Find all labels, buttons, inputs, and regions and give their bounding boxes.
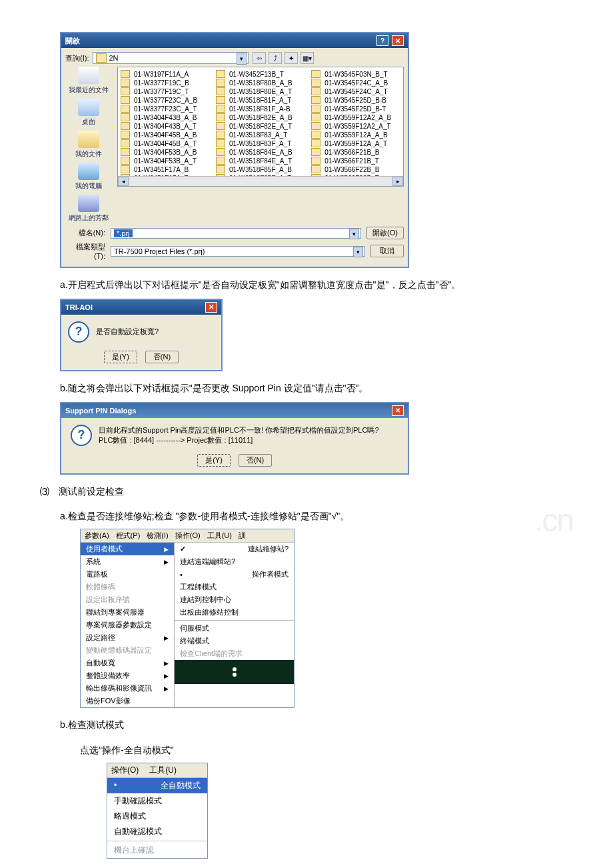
back-icon[interactable]: ⇦ bbox=[253, 52, 266, 64]
menu-bar-item[interactable]: 操作(O) bbox=[111, 765, 139, 776]
submenu-item[interactable]: 連結到控制中心 bbox=[175, 593, 294, 606]
menu-bar-item[interactable]: 工具(U) bbox=[149, 765, 177, 776]
file-item[interactable]: 01-W3559F12A2_A_B bbox=[311, 113, 391, 121]
file-item[interactable]: 01-W3559F12A_A_B bbox=[311, 131, 391, 139]
file-item[interactable]: 01-W3518F81F_A-B bbox=[216, 105, 293, 113]
no-button[interactable]: 否(N) bbox=[239, 454, 272, 467]
place-network[interactable]: 網路上的芳鄰 bbox=[69, 195, 109, 223]
file-item[interactable]: 01-W3518F83F_A_T bbox=[216, 139, 293, 147]
file-item[interactable]: 01-W3518F83_A_T bbox=[216, 131, 293, 139]
submenu-item[interactable]: 終端模式 bbox=[175, 635, 294, 647]
menu-item[interactable]: 備份FOV影像 bbox=[81, 695, 174, 707]
file-item[interactable]: 01-W3404F43B_A_T bbox=[121, 122, 197, 130]
file-item[interactable]: 01-W3404F53B_A_B bbox=[121, 148, 197, 156]
file-item[interactable]: 01-W3559F12A_A_T bbox=[311, 139, 391, 147]
op-menu-item[interactable]: 全自動模式 bbox=[107, 778, 207, 793]
file-item[interactable]: 01-W3404F45B_A_T bbox=[121, 139, 197, 147]
no-button[interactable]: 否(N) bbox=[145, 351, 179, 363]
file-item[interactable]: 01-W3518F82E_A_T bbox=[216, 122, 293, 130]
menu-left-column[interactable]: 使用者模式▶系統▶電路板軟體條碼設定出板序號聯結到專案伺服器專案伺服器參數設定設… bbox=[81, 543, 175, 707]
open-button[interactable]: 開啟(O) bbox=[366, 227, 404, 239]
help-icon[interactable]: ? bbox=[376, 35, 388, 46]
menu-item[interactable]: 系統▶ bbox=[81, 555, 174, 568]
views-icon[interactable]: ▦▾ bbox=[301, 52, 314, 64]
file-item[interactable]: 01-W3518F85F_A_B bbox=[216, 165, 293, 173]
submenu-item[interactable]: 操作者模式 bbox=[175, 568, 294, 581]
file-item[interactable]: 01-W3566F21B_B bbox=[311, 148, 391, 156]
file-item[interactable]: 01-W3518F81F_A_T bbox=[216, 96, 293, 104]
op-menu-item[interactable]: 自動確認模式 bbox=[107, 824, 207, 839]
op-menu-bar[interactable]: 操作(O)工具(U) bbox=[107, 763, 207, 778]
scroll-left-icon[interactable]: ◂ bbox=[118, 177, 129, 186]
op-menu-item[interactable]: 略過模式 bbox=[107, 809, 207, 824]
file-item[interactable]: 01-W3518F84E_A_B bbox=[216, 148, 293, 156]
file-item[interactable]: 01-W3404F43B_A_B bbox=[121, 113, 197, 121]
file-item[interactable]: 01-W3559F12A2_A_T bbox=[311, 122, 391, 130]
menu-bar-item[interactable]: 檢測(I) bbox=[147, 531, 168, 541]
cancel-button[interactable]: 取消 bbox=[370, 245, 404, 257]
file-item[interactable]: 01-W3452F13B_T bbox=[216, 70, 293, 78]
menu-item[interactable]: 設定路徑▶ bbox=[81, 631, 174, 644]
place-desktop[interactable]: 桌面 bbox=[78, 99, 99, 127]
hscrollbar[interactable]: ◂▸ bbox=[118, 176, 403, 186]
file-item[interactable]: 01-W3545F24C_A_B bbox=[311, 79, 391, 87]
newfolder-icon[interactable]: ✦ bbox=[285, 52, 298, 64]
up-icon[interactable]: ⤴ bbox=[269, 52, 282, 64]
menu-item[interactable]: 聯結到專案伺服器 bbox=[81, 606, 174, 619]
op-menu-item[interactable]: 手動確認模式 bbox=[107, 793, 207, 809]
submenu-item[interactable]: 出板由維修站控制 bbox=[175, 606, 294, 619]
menu-bar-item[interactable]: 參數(A) bbox=[85, 531, 109, 541]
menu-item[interactable]: 使用者模式▶ bbox=[81, 543, 174, 555]
submenu-item[interactable]: 伺服模式 bbox=[175, 622, 294, 635]
menu-bar-item[interactable]: 訓 bbox=[239, 531, 246, 541]
filename-combo[interactable]: *.prj bbox=[111, 228, 361, 239]
close-icon[interactable]: ✕ bbox=[205, 302, 217, 313]
menu-item[interactable]: 輸出條碼和影像資訊▶ bbox=[81, 682, 174, 695]
menu-bar-item[interactable]: 操作(O) bbox=[175, 531, 201, 541]
file-item[interactable]: 01-W3566F22B_B bbox=[311, 165, 391, 173]
file-item[interactable]: 01-W3377F23C_A_T bbox=[121, 105, 197, 113]
file-item[interactable]: 01-W3545F25D_B-B bbox=[311, 96, 391, 104]
scroll-right-icon[interactable]: ▸ bbox=[392, 177, 403, 186]
file-item[interactable]: 01-W3377F23C_A_B bbox=[121, 96, 197, 104]
menu-item[interactable]: 專案伺服器參數設定 bbox=[81, 619, 174, 631]
file-item[interactable]: 01-W3545F25D_B-T bbox=[311, 105, 391, 113]
file-item[interactable]: 01-W3518F80E_A_T bbox=[216, 87, 293, 95]
filetype-combo[interactable]: TR-7500 Project Files (*.prj) bbox=[111, 246, 365, 257]
op-menu-items[interactable]: 全自動模式手動確認模式略過模式自動確認模式 bbox=[107, 778, 207, 839]
file-item[interactable]: 01-W3518F82E_A_B bbox=[216, 113, 293, 121]
menu-item[interactable]: 整體設備效率▶ bbox=[81, 669, 174, 682]
file-item[interactable]: 01-W3518F80B_A_B bbox=[216, 79, 293, 87]
submenu-item[interactable]: 工程師模式 bbox=[175, 581, 294, 593]
pin-message-1: 目前此程式的Support Pin高度設定值和PLC不一致! 你希望把程式檔的值… bbox=[99, 425, 379, 435]
menu-item[interactable]: 自動板寬▶ bbox=[81, 657, 174, 669]
file-item[interactable]: 01-W3566F21B_T bbox=[311, 157, 391, 165]
close-icon[interactable]: ✕ bbox=[392, 405, 404, 416]
place-documents[interactable]: 我的文件 bbox=[75, 131, 102, 159]
submenu-item[interactable]: 連結遠端編輯站? bbox=[175, 555, 294, 568]
file-item[interactable]: 01-W3377F19C_B bbox=[121, 79, 197, 87]
menu-item[interactable]: 電路板 bbox=[81, 568, 174, 581]
file-item[interactable]: 01-W3518F84E_A_T bbox=[216, 157, 293, 165]
para-a: a.开启程式后弹出以下对话框提示"是否自动设定板宽"如需调整轨道宽度点击"是"，… bbox=[40, 277, 573, 293]
submenu-item[interactable]: 連結維修站? bbox=[175, 543, 294, 555]
file-item[interactable]: 01-W3545F24C_A_T bbox=[311, 87, 391, 95]
menu-right-column[interactable]: 連結維修站?連結遠端編輯站?操作者模式工程師模式連結到控制中心出板由維修站控制伺… bbox=[175, 543, 294, 707]
place-computer[interactable]: 我的電腦 bbox=[75, 163, 102, 191]
file-item[interactable]: 01-W3404F53B_A_T bbox=[121, 157, 197, 165]
close-icon[interactable]: ✕ bbox=[392, 35, 404, 46]
yes-button[interactable]: 是(Y) bbox=[104, 351, 137, 363]
file-item[interactable]: 01-W3451F17A_B bbox=[121, 165, 197, 173]
place-recent[interactable]: 我最近的文件 bbox=[69, 67, 109, 95]
file-item[interactable]: 01-W3377F19C_T bbox=[121, 87, 197, 95]
file-item[interactable]: 01-W3197F11A_A bbox=[121, 70, 197, 78]
file-list[interactable]: 01-W3197F11A_A01-W3377F19C_B01-W3377F19C… bbox=[117, 67, 404, 187]
menu-bar[interactable]: 參數(A)程式(P)檢測(I)操作(O)工具(U)訓 bbox=[81, 529, 294, 543]
file-item[interactable]: 01-W3404F45B_A_B bbox=[121, 131, 197, 139]
file-item[interactable]: 01-W3545F03N_B_T bbox=[311, 70, 391, 78]
yes-button[interactable]: 是(Y) bbox=[197, 454, 231, 467]
lookin-label: 查詢(I): bbox=[65, 53, 89, 63]
menu-bar-item[interactable]: 工具(U) bbox=[207, 531, 232, 541]
menu-bar-item[interactable]: 程式(P) bbox=[116, 531, 141, 541]
lookin-combo[interactable]: 2N bbox=[93, 52, 249, 64]
